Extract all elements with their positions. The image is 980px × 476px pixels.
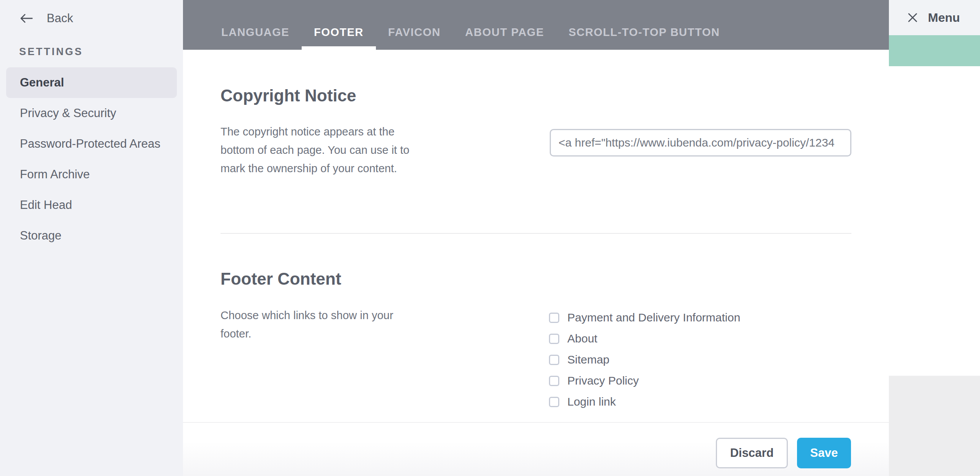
footer-links-checkbox-list: Payment and Delivery Information About S…: [549, 311, 740, 408]
settings-screen: Back SETTINGS General Privacy & Security…: [0, 0, 980, 476]
tab-scroll-to-top-button[interactable]: SCROLL-TO-TOP BUTTON: [556, 0, 732, 50]
menu-gray-area: [889, 376, 980, 476]
footer-content-description: Choose which links to show in your foote…: [220, 306, 420, 343]
checkbox-about[interactable]: [549, 334, 559, 344]
save-button[interactable]: Save: [797, 438, 851, 468]
sidebar-item-password-protected-areas[interactable]: Password-Protected Areas: [0, 129, 183, 159]
back-label: Back: [47, 11, 73, 25]
menu-teal-bar: [889, 35, 980, 66]
sidebar-item-form-archive[interactable]: Form Archive: [0, 159, 183, 190]
checkbox-label: Sitemap: [567, 353, 609, 366]
section-divider: [220, 233, 851, 234]
sidebar-nav: General Privacy & Security Password-Prot…: [0, 67, 183, 251]
tab-favicon[interactable]: FAVICON: [376, 0, 453, 50]
copyright-notice-description: The copyright notice appears at the bott…: [220, 122, 420, 178]
tab-language[interactable]: LANGUAGE: [209, 0, 302, 50]
checkbox-row-privacy-policy[interactable]: Privacy Policy: [549, 374, 740, 387]
tab-footer[interactable]: FOOTER: [302, 0, 376, 50]
footer-content-title: Footer Content: [220, 269, 341, 289]
checkbox-sitemap[interactable]: [549, 355, 559, 365]
checkbox-label: Payment and Delivery Information: [567, 311, 740, 324]
action-bar: Discard Save: [183, 422, 889, 476]
menu-close-header[interactable]: Menu: [889, 0, 980, 35]
checkbox-label: Login link: [567, 395, 616, 408]
sidebar-item-general[interactable]: General: [6, 67, 177, 98]
checkbox-label: Privacy Policy: [567, 374, 639, 387]
discard-button[interactable]: Discard: [716, 438, 788, 468]
checkbox-payment-delivery[interactable]: [549, 313, 559, 323]
settings-tabbar: LANGUAGE FOOTER FAVICON ABOUT PAGE SCROL…: [183, 0, 889, 50]
close-icon[interactable]: [907, 12, 918, 23]
sidebar-item-storage[interactable]: Storage: [0, 220, 183, 251]
arrow-left-icon: [20, 13, 33, 23]
checkbox-label: About: [567, 332, 597, 345]
sidebar-item-privacy-security[interactable]: Privacy & Security: [0, 98, 183, 129]
checkbox-privacy-policy[interactable]: [549, 376, 559, 386]
back-button[interactable]: Back: [20, 11, 73, 25]
checkbox-row-payment-delivery[interactable]: Payment and Delivery Information: [549, 311, 740, 324]
copyright-notice-input[interactable]: [550, 129, 851, 156]
tab-about-page[interactable]: ABOUT PAGE: [453, 0, 556, 50]
checkbox-login-link[interactable]: [549, 397, 559, 407]
main-content: LANGUAGE FOOTER FAVICON ABOUT PAGE SCROL…: [183, 0, 889, 476]
sidebar-section-title: SETTINGS: [19, 46, 83, 58]
settings-sidebar: Back SETTINGS General Privacy & Security…: [0, 0, 183, 476]
copyright-notice-title: Copyright Notice: [220, 85, 356, 106]
menu-label: Menu: [928, 11, 960, 25]
checkbox-row-about[interactable]: About: [549, 332, 740, 345]
checkbox-row-login-link[interactable]: Login link: [549, 395, 740, 408]
menu-panel: Menu: [889, 0, 980, 476]
sidebar-item-edit-head[interactable]: Edit Head: [0, 190, 183, 220]
checkbox-row-sitemap[interactable]: Sitemap: [549, 353, 740, 366]
